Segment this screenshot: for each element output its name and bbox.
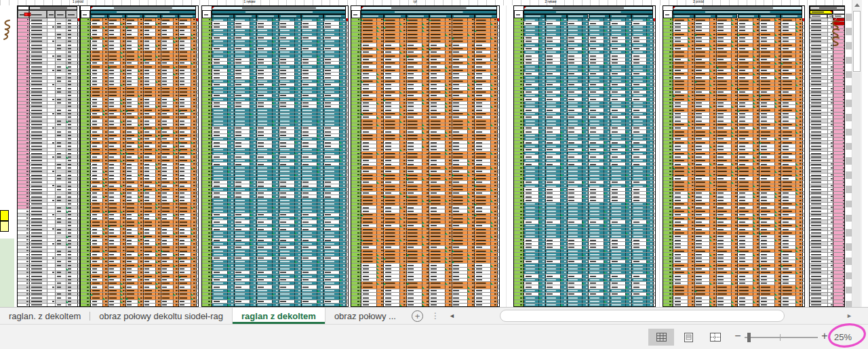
page-layout-icon <box>684 333 694 342</box>
vertical-scroll-thumb[interactable] <box>853 11 861 72</box>
spreadsheet-canvas[interactable]: 1 przód1 rękawtył2 rękaw2 przód <box>0 0 868 307</box>
horizontal-scroll-thumb[interactable] <box>500 310 785 322</box>
page-layout-view-button[interactable] <box>675 329 701 346</box>
tab-obraz-polowy-dekoltu[interactable]: obraz połowy dekoltu siodeł-rag <box>90 308 232 324</box>
sheet-column-group <box>80 5 199 307</box>
grid-view-icon <box>656 333 667 342</box>
vertical-scroll-track[interactable] <box>853 73 861 307</box>
zoom-percentage[interactable]: 25% <box>834 332 861 342</box>
sheet-column-group <box>809 5 845 307</box>
part-label: 2 rękaw <box>545 0 557 3</box>
tab-scroll-left-icon[interactable]: ◄ <box>449 312 455 319</box>
part-label: 1 rękaw <box>244 0 256 3</box>
page-break-view-button[interactable] <box>703 329 728 346</box>
zoom-slider-midpoint <box>780 334 781 341</box>
zoom-slider[interactable] <box>745 337 818 338</box>
new-sheet-button[interactable]: + <box>412 310 423 322</box>
tab-obraz-polowy-truncated[interactable]: obraz połowy ... <box>326 308 405 324</box>
sheet-list-icon[interactable]: ⋮ <box>431 311 439 321</box>
sheet-tab-bar: raglan. z dekoltem obraz połowy dekoltu … <box>0 307 868 324</box>
legend-yellow-cell <box>0 210 9 221</box>
page-break-icon <box>710 333 721 342</box>
sheet-column-group <box>513 5 656 307</box>
part-label: tył <box>414 0 417 3</box>
status-bar: − + 25% <box>0 324 868 349</box>
zoom-slider-thumb[interactable] <box>747 333 751 342</box>
vertical-scrollbar[interactable] <box>852 0 862 307</box>
zoom-out-button[interactable]: − <box>732 330 743 342</box>
sheet-column-group <box>201 5 349 307</box>
legend-pale-green-block <box>0 239 14 307</box>
sheet-column-group <box>17 5 80 307</box>
tab-raglan-z-dekoltem-old[interactable]: raglan. z dekoltem <box>0 308 90 324</box>
legend-pale-yellow-cell <box>0 221 9 232</box>
normal-view-button[interactable] <box>648 329 674 346</box>
excel-window: 1 przód1 rękawtył2 rękaw2 przód raglan. … <box>0 0 868 349</box>
scroll-up-icon[interactable] <box>852 0 862 10</box>
top-gridlines <box>0 0 849 5</box>
tab-scroll-right-icon[interactable]: ► <box>846 312 852 319</box>
sheet-column-group <box>351 5 500 307</box>
zoom-in-button[interactable]: + <box>819 330 830 342</box>
part-label: 1 przód <box>73 0 83 3</box>
sheet-column-group <box>663 5 805 307</box>
part-label: 2 przód <box>693 0 704 3</box>
tab-raglan-z-dekoltem-active[interactable]: raglan z dekoltem <box>232 308 326 324</box>
